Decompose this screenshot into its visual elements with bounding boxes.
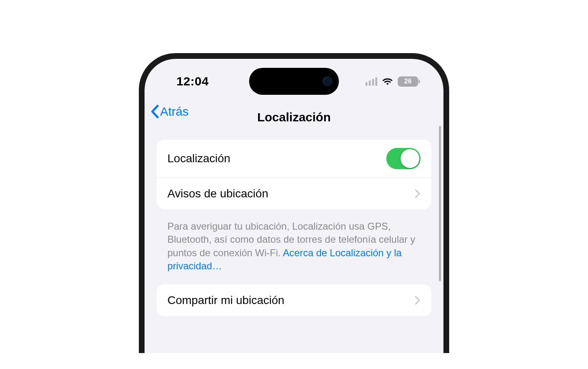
location-footer-text: Para averiguar tu ubicación, Localizació… (157, 215, 431, 284)
share-location-row[interactable]: Compartir mi ubicación (157, 284, 431, 316)
battery-level: 26 (404, 78, 412, 85)
settings-group-share: Compartir mi ubicación (157, 284, 431, 316)
content-area: Localización Avisos de ubicación Para av… (145, 130, 443, 316)
navigation-bar: Atrás Localización (145, 59, 443, 130)
back-button[interactable]: Atrás (150, 105, 189, 119)
chevron-left-icon (150, 105, 159, 119)
location-services-toggle[interactable] (386, 148, 421, 169)
location-services-row[interactable]: Localización (157, 140, 431, 177)
chevron-right-icon (415, 189, 421, 198)
page-title: Localización (257, 110, 331, 124)
screen: 12:04 26 Atrás (145, 59, 443, 353)
scrollbar[interactable] (439, 126, 441, 281)
location-alerts-row[interactable]: Avisos de ubicación (157, 177, 431, 209)
back-label: Atrás (160, 105, 189, 119)
settings-group-location: Localización Avisos de ubicación (157, 140, 431, 209)
speaker-slit (278, 56, 310, 58)
toggle-knob (401, 149, 419, 168)
chevron-right-icon (415, 296, 421, 305)
iphone-frame: 12:04 26 Atrás (139, 53, 449, 353)
share-location-label: Compartir mi ubicación (167, 294, 284, 307)
location-alerts-label: Avisos de ubicación (167, 187, 268, 200)
location-services-label: Localización (167, 152, 230, 165)
